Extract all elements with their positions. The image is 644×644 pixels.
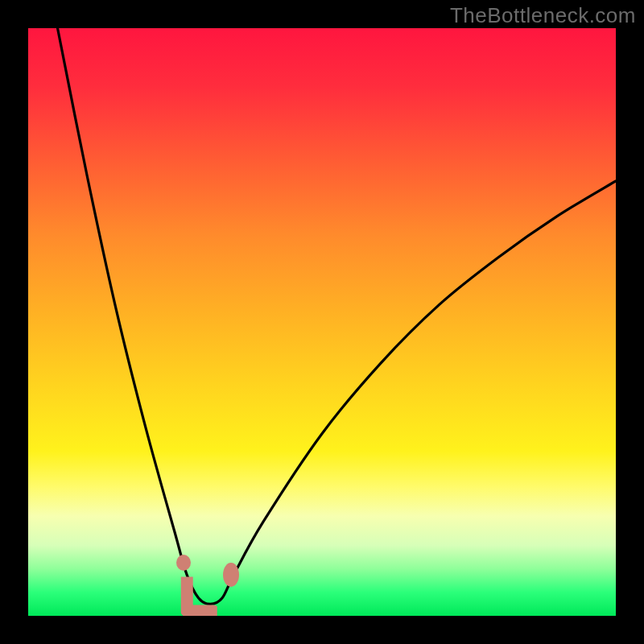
bottleneck-curve xyxy=(58,28,617,604)
curve-layer xyxy=(28,28,616,616)
chart-frame: TheBottleneck.com xyxy=(0,0,644,644)
watermark-text: TheBottleneck.com xyxy=(450,3,636,28)
plot-area xyxy=(28,28,616,616)
